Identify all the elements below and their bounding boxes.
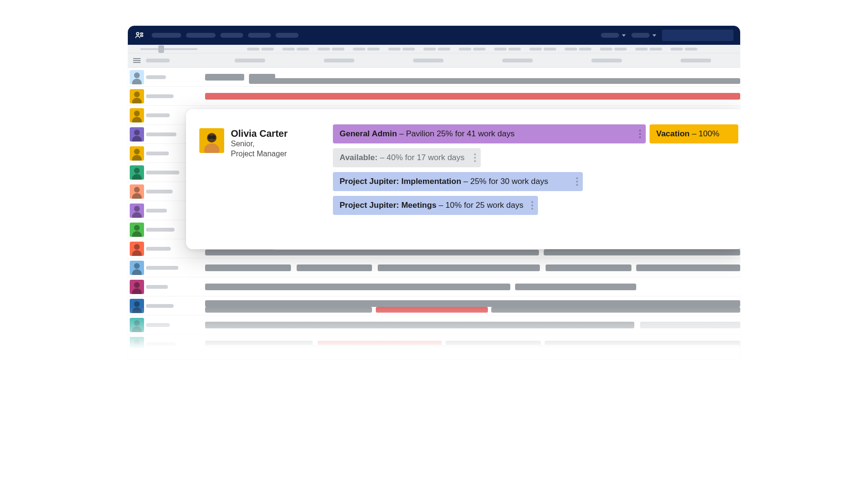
person-avatar-small[interactable] [130,108,144,122]
svg-point-15 [134,187,140,193]
zoom-handle[interactable] [158,45,164,53]
allocation-bar[interactable] [376,307,488,313]
timeline-col-header[interactable] [651,59,740,62]
timeline-cell[interactable] [205,335,740,353]
schedule-row[interactable] [128,335,740,354]
allocation-jupiter-impl[interactable]: Project Jupiter: Implementation – 25% fo… [333,172,583,191]
timeline-cell[interactable] [205,87,740,105]
nav-tab[interactable] [186,33,216,38]
schedule-row[interactable] [128,315,740,335]
person-header: Olivia Carter Senior, Project Manager [199,128,333,234]
allocation-bar[interactable] [205,93,740,100]
nav-tab[interactable] [220,33,243,38]
search-input[interactable] [662,30,734,41]
person-avatar-small[interactable] [130,165,144,180]
nav-tab[interactable] [276,33,299,38]
dropdown-1[interactable] [601,33,626,38]
timeline-col-header[interactable] [383,59,473,62]
person-avatar-small[interactable] [130,203,144,218]
allocation-bar[interactable] [297,264,372,271]
person-name-placeholder [146,285,168,289]
allocation-bar[interactable] [205,264,291,271]
timeline-col-header[interactable] [205,59,294,62]
person-name-placeholder [146,171,179,174]
schedule-row[interactable] [128,277,740,296]
more-icon[interactable] [474,153,476,162]
more-icon[interactable] [639,130,641,138]
dropdown-2[interactable] [631,33,656,38]
allocation-bar[interactable] [546,264,631,271]
nav-tab[interactable] [248,33,271,38]
person-avatar-small[interactable] [130,337,144,351]
timeline-cell[interactable] [205,258,740,277]
allocation-bar[interactable] [249,78,740,84]
schedule-row[interactable] [128,258,740,277]
person-avatar-small[interactable] [130,356,144,360]
allocation-general-admin[interactable]: General Admin – Pavilion 25% for 41 work… [333,124,646,143]
allocation-bar[interactable] [640,322,740,328]
timeline-col-header[interactable] [562,59,651,62]
allocation-bar[interactable] [205,300,740,307]
schedule-row[interactable] [128,87,740,106]
allocation-jupiter-meet[interactable]: Project Jupiter: Meetings – 10% for 25 w… [333,196,538,215]
person-name-placeholder [146,323,170,327]
person-name-placeholder [146,304,174,308]
person-avatar-small[interactable] [130,261,144,275]
person-name-placeholder [146,247,171,251]
person-avatar-small[interactable] [130,299,144,313]
allocation-bar[interactable] [205,345,740,351]
allocation-bar[interactable] [205,284,510,290]
person-name-placeholder [146,132,176,136]
timeline-cell[interactable] [205,68,740,86]
nav-tabs [152,33,299,38]
svg-point-27 [134,301,140,307]
person-avatar-small[interactable] [130,318,144,332]
allocation-bar[interactable] [491,307,740,313]
person-avatar-small[interactable] [130,223,144,237]
person-detail-card: Olivia Carter Senior, Project Manager Ge… [186,109,740,249]
more-icon[interactable] [576,177,578,186]
timeline-cell[interactable] [205,277,740,296]
svg-point-32 [132,346,142,351]
zoom-slider[interactable] [140,48,197,50]
person-avatar-small[interactable] [130,146,144,161]
allocation-bar[interactable] [205,322,634,328]
timeline-cell[interactable] [205,296,740,315]
svg-point-23 [134,263,140,269]
allocation-bar[interactable] [636,264,740,271]
allocation-bar[interactable] [205,74,244,81]
person-avatar-small[interactable] [130,127,144,142]
timeline-col-header[interactable] [473,59,562,62]
allocation-vacation[interactable]: Vacation – 100% [650,124,738,143]
allocation-bar[interactable] [205,307,372,313]
person-name: Olivia Carter [231,128,288,139]
schedule-row[interactable] [128,68,740,87]
timeline-col-header[interactable] [294,59,383,62]
person-avatar-small[interactable] [130,70,144,84]
svg-point-21 [134,244,140,250]
people-icon[interactable] [134,30,144,40]
schedule-row[interactable] [128,296,740,315]
person-avatar-small[interactable] [130,89,144,103]
nav-tab[interactable] [152,33,181,38]
svg-point-28 [132,307,142,313]
timeline-cell[interactable] [205,354,740,359]
name-column-header[interactable] [146,59,205,62]
person-name-placeholder [146,75,166,79]
more-icon[interactable] [531,201,533,210]
timeline-zoom-strip [128,45,740,53]
schedule-row[interactable] [128,354,740,359]
svg-point-14 [132,174,142,180]
allocation-bar[interactable] [205,250,539,255]
timeline-cell[interactable] [205,315,740,334]
allocation-bar[interactable] [544,250,740,255]
person-avatar-small[interactable] [130,184,144,199]
hamburger-icon[interactable] [133,57,141,64]
svg-point-12 [132,155,142,161]
allocation-bar[interactable] [378,264,540,271]
person-avatar-small[interactable] [130,242,144,256]
allocation-available[interactable]: Available: – 40% for 17 work days [333,148,481,167]
person-avatar-small[interactable] [130,280,144,294]
allocation-bar[interactable] [515,284,636,290]
person-role-line: Project Manager [231,149,288,159]
